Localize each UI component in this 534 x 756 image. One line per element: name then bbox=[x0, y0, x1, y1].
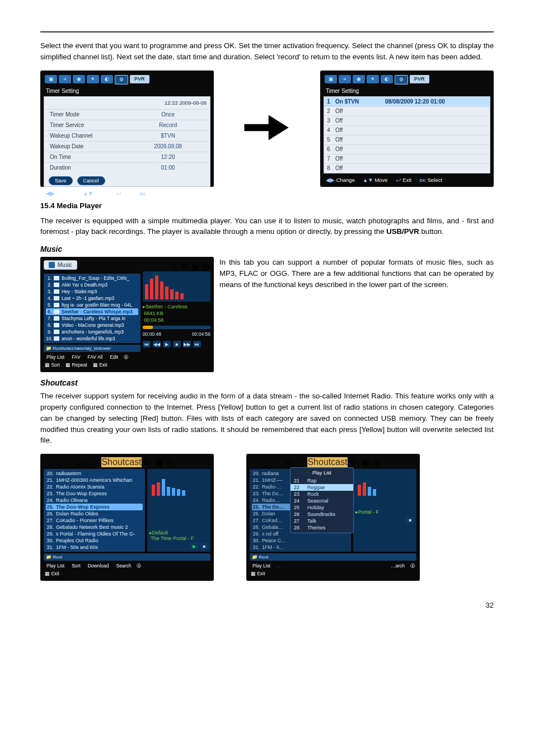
music-file-list: 1.Boiling_For_Soup - Edits_Ctrls_2.Akin … bbox=[44, 271, 140, 352]
category-row: 21Rap bbox=[291, 477, 353, 484]
shoutcast-screenshots-row: ◎ ♪ Shoutcast ⧉ ▣ ◎ 20.radioastern21.1MH… bbox=[40, 454, 494, 581]
shoutcast-screenshot-left: ◎ ♪ Shoutcast ⧉ ▣ ◎ 20.radioastern21.1MH… bbox=[40, 454, 214, 581]
station-item: 24.Radio Olivana bbox=[46, 497, 143, 504]
intro-paragraph: Select the event that you want to progra… bbox=[40, 40, 494, 63]
panel-title: Timer Setting bbox=[324, 87, 490, 96]
category-popup-title: Play List bbox=[291, 469, 353, 477]
usb-pvr-bold: USB/PVR bbox=[386, 227, 419, 236]
shoutcast-tab-label: Shoutcast bbox=[101, 457, 141, 467]
station-item: 27.CoKadio - Pioneer Pifikes bbox=[46, 517, 143, 524]
row-index: 7 bbox=[324, 156, 333, 162]
header-chip: ⧉ bbox=[181, 261, 190, 269]
music-file-name: Akin Yar s Death.mp3 bbox=[62, 282, 138, 288]
music-file-item: 3.Hey - Staler.mp3 bbox=[46, 288, 138, 295]
station-item-bg: 30.Peace C… bbox=[252, 537, 349, 544]
field-label: Timer Service bbox=[44, 122, 126, 128]
station-item-bg: 31.1FM - 6… bbox=[252, 544, 349, 551]
header-chip: ▣ bbox=[155, 457, 164, 465]
category-row: 23Rock bbox=[291, 491, 353, 497]
timer-row: Wakeup Date 2009.08.08 bbox=[44, 141, 210, 152]
station-item: 25.The Doo-Wop Express bbox=[46, 504, 143, 510]
music-row: Music ♪ ⧉ ▣ ◎ 1.Boiling_For_Soup - Edits… bbox=[40, 257, 494, 372]
timer-row: Timer Mode Once bbox=[44, 109, 210, 120]
stop-icon: ■ bbox=[200, 543, 208, 550]
timer-setting-screenshot-left: ▣ ≡ ◉ ✦ ◐ ⚙ PVR Timer Setting 12:22 2009… bbox=[40, 71, 214, 187]
legend-move: ▲▼ Move bbox=[83, 190, 108, 196]
row-detail: 08/08/2009 12:20 01:00 bbox=[383, 98, 490, 105]
mp3-file-icon bbox=[54, 303, 59, 307]
category-popup: Play List 21Rap22Reggae23Rock24Seasonal2… bbox=[290, 467, 354, 533]
legend-select: ᴏᴋ Select bbox=[139, 190, 162, 196]
equalizer-icon bbox=[149, 471, 208, 498]
timer-row: Duration 01:00 bbox=[44, 162, 210, 173]
timer-fields-table: 12:22 2009-08-08 Timer Mode Once Timer S… bbox=[44, 96, 210, 187]
header-chip: ⧉ bbox=[350, 457, 359, 465]
shout-right-pane: ▸Portal - F ■ bbox=[353, 469, 416, 552]
header-chip: ♪ bbox=[171, 261, 180, 269]
nav-chip: ◐ bbox=[101, 75, 113, 83]
row-status: On $TVN bbox=[333, 98, 383, 105]
shoutcast-screenshot-right: ◎ ♪ Shoutcast ⧉ ▣ ◎ 20.radiana21.1MHZ-—2… bbox=[246, 454, 420, 581]
legend-select: ᴏᴋ Select bbox=[419, 177, 442, 183]
play-icon: ▶ bbox=[190, 543, 198, 550]
legend-move: ▲▼ Move bbox=[363, 177, 388, 183]
row-index: 8 bbox=[324, 165, 333, 171]
timer-list-row: 7 Off bbox=[324, 154, 490, 163]
header-chip: ◎ bbox=[202, 261, 210, 269]
music-file-item: 10.anon - wonderful life.mp3 bbox=[46, 335, 138, 342]
timer-list-row: 6 Off bbox=[324, 144, 490, 154]
row-status: Off bbox=[333, 118, 490, 124]
music-player-screenshot: Music ♪ ⧉ ▣ ◎ 1.Boiling_For_Soup - Edits… bbox=[40, 257, 214, 372]
row-status: Off bbox=[333, 127, 490, 133]
field-label: Timer Mode bbox=[44, 111, 126, 118]
mp3-file-icon bbox=[54, 296, 59, 300]
music-paragraph: In this tab you can support a number of … bbox=[219, 257, 494, 290]
field-value: 2009.08.08 bbox=[126, 143, 210, 149]
row-status: Off bbox=[333, 165, 490, 171]
shoutcast-tab-label: Shoutcast bbox=[307, 457, 347, 467]
legend-exit: ⮐ Exit bbox=[116, 190, 132, 196]
prev-track-icon: ⏮ bbox=[143, 341, 151, 348]
station-item: 26.Dolan Radio Oldes bbox=[46, 510, 143, 517]
time-total: 00:04:56 bbox=[192, 331, 210, 337]
station-list: 20.radioastern21.1MHZ-000300 America's W… bbox=[44, 469, 145, 552]
music-right-pane: ▸Seether - Careless 6841 KB 00:04:56 00:… bbox=[143, 271, 210, 352]
music-file-name: Hey - Staler.mp3 bbox=[62, 289, 138, 294]
music-file-item: 2.Akin Yar s Death.mp3 bbox=[46, 281, 138, 288]
nav-chip: ▣ bbox=[45, 75, 57, 83]
row-index: 2 bbox=[324, 108, 333, 114]
panel-title: Timer Setting bbox=[44, 87, 210, 96]
station-item: 20.radioastern bbox=[46, 470, 143, 477]
legend-change: ◀▶ Change bbox=[326, 177, 355, 183]
row-status: Off bbox=[333, 156, 490, 162]
row-status: Off bbox=[333, 137, 490, 143]
nav-chip: ◉ bbox=[73, 75, 85, 83]
nav-chip-label: PVR bbox=[130, 75, 149, 83]
logo-row: ▣ ≡ ◉ ✦ ◐ ⚙ PVR bbox=[324, 74, 490, 87]
next-track-icon: ⏭ bbox=[193, 341, 201, 348]
shoutcast-legend: Play List Sort Download Search 🛈 ▦ Exit bbox=[44, 561, 210, 576]
station-item: 31.1FM - 50s and 60s bbox=[46, 544, 143, 551]
time-elapsed: 00:00:48 bbox=[143, 331, 161, 337]
nav-chip-selected: ⚙ bbox=[395, 75, 408, 84]
timer-list-row: 8 Off bbox=[324, 163, 490, 173]
row-status: Off bbox=[333, 146, 490, 152]
timer-list-row: 5 Off bbox=[324, 135, 490, 144]
header-chip-sel: ♪ bbox=[90, 457, 99, 465]
station-item: 30.Peoples Out Radio bbox=[46, 537, 143, 544]
transport-controls: ■ bbox=[355, 516, 414, 523]
timer-buttons: Save Cancel bbox=[44, 173, 210, 186]
legend-change: ◀▶ Change bbox=[46, 190, 75, 196]
save-button: Save bbox=[49, 176, 73, 185]
footer-legend: ◀▶ Change ▲▼ Move ⮐ Exit ᴏᴋ Select bbox=[324, 173, 490, 183]
music-path: 📁 Root/uda1/natorialy_testowe/ bbox=[44, 345, 140, 352]
top-rule bbox=[40, 31, 494, 32]
timer-row: Wakeup Channel $TVN bbox=[44, 130, 210, 141]
logo-row: ▣ ≡ ◉ ✦ ◐ ⚙ PVR bbox=[44, 74, 210, 87]
row-index: 5 bbox=[324, 137, 333, 143]
music-heading: Music bbox=[40, 245, 494, 253]
shout-right-pane: ▸Default The Time Portal - F ▶ ■ bbox=[147, 469, 210, 552]
timer-row: On Time 12:20 bbox=[44, 152, 210, 162]
row-index: 6 bbox=[324, 146, 333, 152]
timer-list: 1 On $TVN 08/08/2009 12:20 01:00 2 Off 3… bbox=[324, 96, 490, 173]
